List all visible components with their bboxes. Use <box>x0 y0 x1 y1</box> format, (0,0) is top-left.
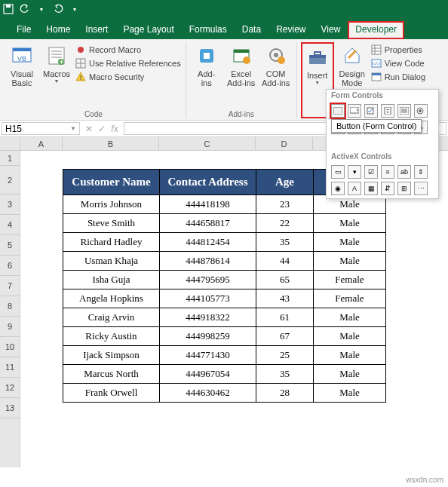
form-spin-control[interactable] <box>381 104 394 118</box>
ax-label-control[interactable]: A <box>348 182 361 195</box>
tab-pagelayout[interactable]: Page Layout <box>115 21 181 39</box>
table-cell[interactable]: Isha Guja <box>63 271 160 289</box>
save-icon[interactable] <box>3 4 14 14</box>
table-row[interactable]: Ricky Austin44499825967Male <box>63 327 386 346</box>
ax-scroll-control[interactable]: ⇕ <box>414 165 428 179</box>
table-cell[interactable]: Male <box>314 308 386 327</box>
col-header-b[interactable]: B <box>63 137 159 150</box>
table-cell[interactable]: Male <box>314 252 386 271</box>
table-cell[interactable]: 444998259 <box>160 327 256 346</box>
table-cell[interactable]: 444812454 <box>160 233 256 252</box>
table-cell[interactable]: Male <box>314 327 386 346</box>
ax-button-control[interactable]: ▭ <box>331 165 345 179</box>
tab-view[interactable]: View <box>314 21 348 39</box>
row-header-1[interactable]: 1 <box>0 151 20 166</box>
table-cell[interactable]: Male <box>314 384 386 403</box>
form-combo-control[interactable] <box>348 104 361 118</box>
tab-review[interactable]: Review <box>268 21 313 39</box>
addins-button[interactable]: Add- ins <box>190 42 223 109</box>
ax-checkbox-control[interactable]: ☑ <box>364 165 378 179</box>
ax-spin-control[interactable]: ⇵ <box>381 182 394 195</box>
row-header-7[interactable]: 7 <box>0 276 20 296</box>
table-cell[interactable]: 444878614 <box>160 252 256 271</box>
tab-home[interactable]: Home <box>38 21 78 39</box>
table-cell[interactable]: 444630462 <box>160 384 256 403</box>
macro-security-button[interactable]: !Macro Security <box>75 71 182 83</box>
table-cell[interactable]: 444418198 <box>160 195 256 214</box>
table-cell[interactable]: Male <box>314 214 386 233</box>
table-row[interactable]: Ijack Simpson44477143025Male <box>63 346 386 365</box>
row-header-4[interactable]: 4 <box>0 215 20 235</box>
row-header-5[interactable]: 5 <box>0 235 20 256</box>
table-header[interactable]: Contact Address <box>160 170 256 195</box>
table-row[interactable]: Angela Hopkins44410577343Female <box>63 289 386 308</box>
table-cell[interactable]: 61 <box>256 308 314 327</box>
qat-customize-icon[interactable]: ▼ <box>69 4 80 14</box>
table-row[interactable]: Steve Smith44465881722Male <box>63 214 386 233</box>
form-button-control[interactable] <box>331 104 345 118</box>
run-dialog-button[interactable]: Run Dialog <box>370 71 426 83</box>
ax-combo-control[interactable]: ▾ <box>348 165 361 179</box>
row-header-9[interactable]: 9 <box>0 317 20 337</box>
table-cell[interactable]: 444918322 <box>160 308 256 327</box>
enter-icon[interactable]: ✓ <box>96 124 108 134</box>
row-header-6[interactable]: 6 <box>0 256 20 276</box>
table-cell[interactable]: 65 <box>256 271 314 289</box>
com-addins-button[interactable]: COM Add-ins <box>259 42 293 109</box>
table-cell[interactable]: Usman Khaja <box>63 252 160 271</box>
row-header-11[interactable]: 11 <box>0 357 20 378</box>
tab-file[interactable]: File <box>9 21 38 39</box>
table-cell[interactable]: Male <box>314 233 386 252</box>
col-header-d[interactable]: D <box>256 137 313 150</box>
cancel-icon[interactable]: ✕ <box>83 124 95 134</box>
view-code-button[interactable]: </>View Code <box>370 57 426 69</box>
table-row[interactable]: Richard Hadley44481245435Male <box>63 233 386 252</box>
col-header-a[interactable]: A <box>20 137 63 150</box>
ax-more-control[interactable]: ⋯ <box>414 182 428 195</box>
properties-button[interactable]: Properties <box>370 44 426 56</box>
table-cell[interactable]: Morris Johnson <box>63 195 160 214</box>
table-cell[interactable]: 25 <box>256 346 314 365</box>
table-row[interactable]: Marcus North44496705435Male <box>63 365 386 384</box>
table-cell[interactable]: Female <box>314 271 386 289</box>
table-cell[interactable]: Marcus North <box>63 365 160 384</box>
table-header[interactable]: Age <box>256 170 314 195</box>
table-cell[interactable]: 44 <box>256 252 314 271</box>
excel-addins-button[interactable]: Excel Add-ins <box>225 42 258 109</box>
row-header-12[interactable]: 12 <box>0 378 20 398</box>
table-cell[interactable]: 444105773 <box>160 289 256 308</box>
col-header-c[interactable]: C <box>159 137 256 150</box>
redo-icon[interactable] <box>53 4 63 14</box>
table-cell[interactable]: Craig Arvin <box>63 308 160 327</box>
row-header-10[interactable]: 10 <box>0 337 20 357</box>
table-row[interactable]: Isha Guja44479569565Female <box>63 271 386 289</box>
form-option-control[interactable] <box>414 104 428 118</box>
table-cell[interactable]: 444967054 <box>160 365 256 384</box>
table-cell[interactable]: 67 <box>256 327 314 346</box>
tab-developer[interactable]: Developer <box>348 21 404 39</box>
table-cell[interactable]: 28 <box>256 384 314 403</box>
row-header-2[interactable]: 2 <box>0 166 20 194</box>
macros-button[interactable]: Macros ▼ <box>40 42 73 109</box>
tab-data[interactable]: Data <box>235 21 268 39</box>
table-cell[interactable]: 444771430 <box>160 346 256 365</box>
table-cell[interactable]: 444795695 <box>160 271 256 289</box>
table-cell[interactable]: Male <box>314 346 386 365</box>
name-box[interactable]: H15▼ <box>2 122 80 135</box>
table-cell[interactable]: Male <box>314 365 386 384</box>
table-cell[interactable]: 23 <box>256 195 314 214</box>
visual-basic-button[interactable]: VB Visual Basic <box>5 42 38 109</box>
tab-formulas[interactable]: Formulas <box>182 21 235 39</box>
undo-dropdown-icon[interactable]: ▼ <box>36 4 47 14</box>
table-row[interactable]: Frank Orwell44463046228Male <box>63 384 386 403</box>
ax-image-control[interactable]: ▦ <box>364 182 378 195</box>
fx-icon[interactable]: fx <box>109 124 121 134</box>
row-header-3[interactable]: 3 <box>0 194 20 215</box>
table-header[interactable]: Customer Name <box>63 170 160 195</box>
table-cell[interactable]: Frank Orwell <box>63 384 160 403</box>
ax-toggle-control[interactable]: ⊞ <box>397 182 411 195</box>
table-cell[interactable]: 22 <box>256 214 314 233</box>
undo-icon[interactable] <box>20 4 30 14</box>
relative-refs-button[interactable]: Use Relative References <box>75 57 182 69</box>
ax-option-control[interactable]: ◉ <box>331 182 345 195</box>
